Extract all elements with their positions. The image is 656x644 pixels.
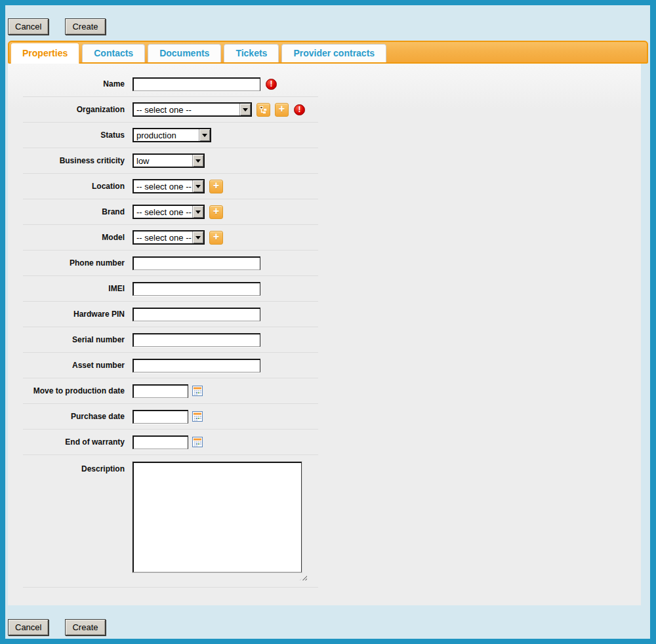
end_of_warranty-calendar-button[interactable]	[192, 437, 203, 447]
field-area-move_to_production_date	[133, 384, 203, 398]
field-label-brand: Brand	[23, 207, 125, 216]
plus-icon: +	[213, 180, 219, 191]
calendar-icon	[192, 411, 203, 422]
field-area-organization: -- select one --+!	[133, 102, 305, 117]
status-select-arrow-button[interactable]	[199, 129, 210, 141]
model-add-button[interactable]: +	[209, 231, 223, 245]
location-select[interactable]: -- select one --	[133, 179, 205, 193]
move_to_production_date-input[interactable]	[133, 384, 188, 398]
model-select-value: -- select one --	[134, 233, 192, 243]
form-row-move_to_production_date: Move to production date	[23, 378, 318, 404]
field-area-serial_number	[133, 333, 260, 347]
field-label-model: Model	[23, 233, 125, 242]
status-select-value: production	[134, 131, 199, 140]
field-label-serial_number: Serial number	[23, 335, 125, 344]
organization-hierarchy-button[interactable]	[256, 103, 270, 117]
field-area-name: !	[133, 77, 277, 91]
field-area-model: -- select one --+	[133, 230, 223, 245]
create-button-top[interactable]: Create	[65, 18, 105, 35]
brand-add-button[interactable]: +	[209, 205, 223, 219]
form-row-description: Description	[23, 455, 318, 588]
asset_number-input[interactable]	[133, 359, 260, 372]
location-select-value: -- select one --	[134, 182, 192, 191]
field-area-brand: -- select one --+	[133, 205, 223, 219]
tab-properties[interactable]: Properties	[10, 43, 79, 64]
hierarchy-icon	[259, 106, 268, 114]
calendar-icon	[192, 386, 203, 396]
status-select[interactable]: production	[133, 128, 211, 142]
resize-handle[interactable]	[300, 574, 307, 580]
organization-select-value: -- select one --	[134, 105, 239, 115]
field-label-hardware_pin: Hardware PIN	[23, 310, 125, 319]
field-label-phone_number: Phone number	[23, 258, 125, 268]
field-label-status: Status	[23, 131, 125, 140]
location-select-arrow-button[interactable]	[192, 180, 203, 192]
top-toolbar: Cancel Create	[8, 18, 122, 35]
organization-select-arrow-button[interactable]	[239, 104, 251, 115]
chevron-down-icon	[195, 236, 201, 239]
plus-icon: +	[213, 231, 219, 242]
tab-provider-contracts[interactable]: Provider contracts	[281, 44, 386, 62]
purchase_date-input[interactable]	[133, 410, 188, 424]
move_to_production_date-calendar-button[interactable]	[192, 386, 203, 396]
field-area-location: -- select one --+	[133, 179, 223, 193]
field-area-phone_number	[133, 256, 260, 270]
chevron-down-icon	[195, 211, 201, 214]
field-label-move_to_production_date: Move to production date	[23, 386, 125, 395]
phone_number-input[interactable]	[133, 256, 260, 270]
plus-icon: +	[213, 206, 219, 216]
cancel-button-bottom[interactable]: Cancel	[8, 619, 49, 635]
imei-input[interactable]	[133, 282, 260, 296]
description-textarea-wrap	[133, 462, 302, 580]
field-label-organization: Organization	[23, 105, 125, 114]
description-textarea[interactable]	[133, 462, 302, 573]
required-icon: !	[294, 104, 305, 115]
brand-select-arrow-button[interactable]	[192, 206, 203, 218]
tab-documents[interactable]: Documents	[148, 44, 221, 62]
name-input[interactable]	[133, 77, 260, 91]
field-area-imei	[133, 282, 260, 296]
business_criticity-select-value: low	[134, 156, 192, 166]
chevron-down-icon	[195, 159, 201, 163]
chevron-down-icon	[243, 108, 248, 111]
location-add-button[interactable]: +	[209, 180, 223, 193]
bottom-toolbar: Cancel Create	[8, 619, 122, 635]
create-button-bottom[interactable]: Create	[65, 619, 105, 635]
organization-select[interactable]: -- select one --	[133, 102, 252, 117]
serial_number-input[interactable]	[133, 333, 260, 347]
hardware_pin-input[interactable]	[133, 308, 260, 321]
field-area-end_of_warranty	[133, 435, 203, 449]
business_criticity-select[interactable]: low	[133, 153, 205, 168]
business_criticity-select-arrow-button[interactable]	[192, 155, 203, 167]
tab-contacts[interactable]: Contacts	[82, 44, 145, 62]
form-row-status: Statusproduction	[23, 123, 318, 148]
field-area-purchase_date	[133, 410, 203, 424]
field-label-name: Name	[23, 79, 125, 89]
field-area-asset_number	[133, 359, 260, 372]
tab-strip: PropertiesContactsDocumentsTicketsProvid…	[10, 43, 646, 64]
brand-select-value: -- select one --	[134, 207, 192, 217]
end_of_warranty-input[interactable]	[133, 435, 188, 449]
model-select-arrow-button[interactable]	[192, 231, 203, 243]
field-area-hardware_pin	[133, 308, 260, 321]
tab-tickets[interactable]: Tickets	[224, 44, 279, 62]
field-label-purchase_date: Purchase date	[23, 412, 125, 421]
field-area-status: production	[133, 128, 211, 142]
window-frame: Cancel Create PropertiesContactsDocument…	[0, 0, 656, 644]
properties-tab-panel: Name!Organization-- select one --+!Statu…	[8, 64, 641, 605]
form-row-location: Location-- select one --+	[23, 174, 318, 199]
brand-select[interactable]: -- select one --	[133, 205, 205, 219]
tab-bar: PropertiesContactsDocumentsTicketsProvid…	[8, 41, 648, 64]
organization-add-button[interactable]: +	[275, 103, 289, 117]
form-row-hardware_pin: Hardware PIN	[23, 302, 318, 327]
chevron-down-icon	[195, 185, 201, 188]
purchase_date-calendar-button[interactable]	[192, 411, 203, 422]
form-row-business_criticity: Business criticitylow	[23, 148, 318, 174]
form-row-serial_number: Serial number	[23, 327, 318, 353]
form-row-asset_number: Asset number	[23, 353, 318, 378]
form-row-end_of_warranty: End of warranty	[23, 430, 318, 455]
field-label-location: Location	[23, 182, 125, 191]
model-select[interactable]: -- select one --	[133, 230, 205, 245]
cancel-button-top[interactable]: Cancel	[8, 18, 49, 35]
field-area-description	[133, 455, 302, 580]
